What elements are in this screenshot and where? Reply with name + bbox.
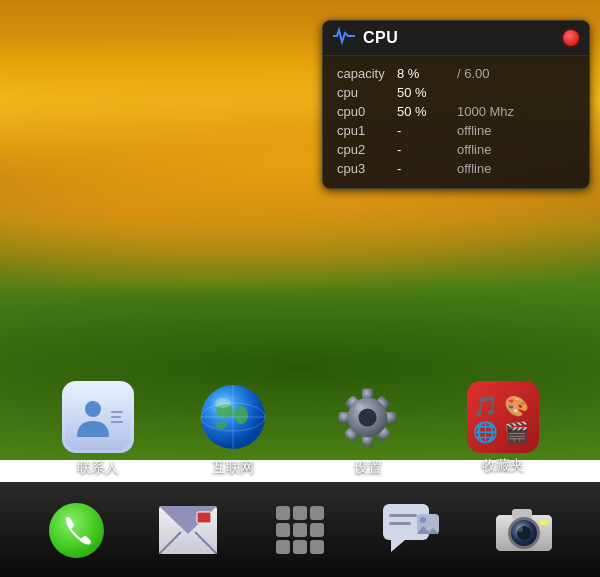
svg-text:🎨: 🎨 bbox=[504, 394, 529, 418]
dock-messages[interactable] bbox=[367, 493, 457, 568]
cpu-label-cpu0: cpu0 bbox=[337, 104, 397, 119]
contacts-icon bbox=[62, 381, 134, 453]
settings-icon bbox=[332, 381, 404, 453]
svg-rect-39 bbox=[293, 523, 307, 537]
phone-icon bbox=[49, 503, 104, 558]
dock-apps-grid[interactable] bbox=[255, 493, 345, 568]
cpu-label-cpu3: cpu3 bbox=[337, 161, 397, 176]
svg-text:🎬: 🎬 bbox=[504, 420, 529, 444]
app-settings[interactable]: 设置 bbox=[332, 381, 404, 477]
apps-grid-icon bbox=[274, 504, 326, 556]
svg-point-7 bbox=[234, 406, 248, 424]
svg-rect-38 bbox=[276, 523, 290, 537]
internet-label: 互联网 bbox=[212, 459, 254, 477]
email-icon bbox=[159, 506, 217, 554]
cpu-value-cpu0: 50 % bbox=[397, 104, 457, 119]
cpu-value-capacity: 8 % bbox=[397, 66, 457, 81]
cpu-label-cpu: cpu bbox=[337, 85, 397, 100]
cpu-value-cpu2: - bbox=[397, 142, 457, 157]
dock-camera[interactable] bbox=[479, 493, 569, 568]
svg-rect-36 bbox=[293, 506, 307, 520]
cpu-extra-capacity: / 6.00 bbox=[457, 66, 490, 81]
dock-phone[interactable] bbox=[31, 493, 121, 568]
cpu-extra-cpu2: offline bbox=[457, 142, 491, 157]
svg-rect-34 bbox=[197, 512, 211, 523]
cpu-label-cpu2: cpu2 bbox=[337, 142, 397, 157]
cpu-row-cpu3: cpu3 - offline bbox=[337, 159, 575, 178]
cpu-row-cpu2: cpu2 - offline bbox=[337, 140, 575, 159]
dock bbox=[0, 482, 600, 577]
app-contacts[interactable]: 联系人 bbox=[62, 381, 134, 477]
cpu-label-cpu1: cpu1 bbox=[337, 123, 397, 138]
messages-icon bbox=[383, 504, 441, 556]
svg-rect-37 bbox=[310, 506, 324, 520]
svg-point-57 bbox=[517, 526, 523, 532]
cpu-row-cpu1: cpu1 - offline bbox=[337, 121, 575, 140]
svg-rect-40 bbox=[310, 523, 324, 537]
folder-label: 收藏夹 bbox=[482, 457, 524, 475]
cpu-extra-cpu3: offline bbox=[457, 161, 491, 176]
svg-rect-46 bbox=[389, 514, 417, 517]
cpu-extra-cpu0: 1000 Mhz bbox=[457, 104, 514, 119]
cpu-widget-body: capacity 8 % / 6.00 cpu 50 % cpu0 50 % 1… bbox=[323, 56, 589, 188]
internet-icon bbox=[197, 381, 269, 453]
cpu-extra-cpu1: offline bbox=[457, 123, 491, 138]
app-folder[interactable]: 🎵 🎨 🌐 🎬 收藏夹 bbox=[467, 381, 539, 477]
svg-point-8 bbox=[215, 421, 227, 429]
svg-rect-42 bbox=[293, 540, 307, 554]
cpu-row-capacity: capacity 8 % / 6.00 bbox=[337, 64, 575, 83]
cpu-widget: CPU capacity 8 % / 6.00 cpu 50 % cpu0 50… bbox=[322, 20, 590, 189]
svg-rect-3 bbox=[111, 416, 121, 418]
dock-email[interactable] bbox=[143, 493, 233, 568]
cpu-record-button[interactable] bbox=[563, 30, 579, 46]
svg-point-1 bbox=[85, 401, 101, 417]
cpu-value-cpu3: - bbox=[397, 161, 457, 176]
svg-point-23 bbox=[356, 403, 363, 410]
apps-area: 联系人 bbox=[0, 381, 600, 477]
svg-text:🎵: 🎵 bbox=[473, 394, 498, 418]
cpu-value-cpu: 50 % bbox=[397, 85, 457, 100]
settings-label: 设置 bbox=[354, 459, 382, 477]
svg-rect-2 bbox=[111, 411, 123, 413]
svg-rect-35 bbox=[276, 506, 290, 520]
contacts-label: 联系人 bbox=[77, 459, 119, 477]
svg-text:🌐: 🌐 bbox=[473, 420, 498, 444]
svg-point-49 bbox=[420, 517, 426, 523]
svg-rect-4 bbox=[111, 421, 123, 423]
cpu-row-cpu: cpu 50 % bbox=[337, 83, 575, 102]
cpu-widget-title: CPU bbox=[363, 29, 563, 47]
svg-rect-43 bbox=[310, 540, 324, 554]
svg-point-22 bbox=[358, 408, 376, 426]
folder-icon: 🎵 🎨 🌐 🎬 bbox=[467, 381, 539, 457]
svg-point-12 bbox=[215, 398, 231, 408]
cpu-label-capacity: capacity bbox=[337, 66, 397, 81]
svg-rect-58 bbox=[540, 519, 548, 525]
camera-icon bbox=[494, 505, 554, 555]
cpu-row-cpu0: cpu0 50 % 1000 Mhz bbox=[337, 102, 575, 121]
svg-rect-47 bbox=[389, 522, 411, 525]
pulse-icon bbox=[333, 27, 355, 49]
cpu-widget-header: CPU bbox=[323, 21, 589, 56]
cpu-value-cpu1: - bbox=[397, 123, 457, 138]
svg-marker-45 bbox=[391, 540, 405, 552]
app-internet[interactable]: 互联网 bbox=[197, 381, 269, 477]
svg-rect-41 bbox=[276, 540, 290, 554]
